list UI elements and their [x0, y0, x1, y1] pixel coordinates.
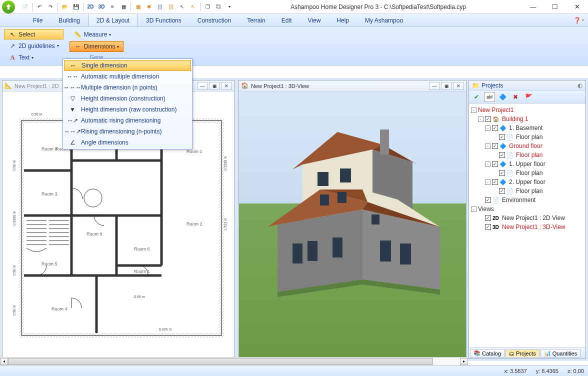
- tree-checkbox[interactable]: ✓: [499, 170, 505, 176]
- tree-toggle[interactable]: -: [485, 162, 490, 167]
- proj-tb-rename-icon[interactable]: abl: [484, 92, 495, 102]
- qat-snap-icon[interactable]: ✱: [144, 2, 154, 12]
- qat-copy-icon[interactable]: ⿻: [214, 2, 224, 12]
- tree-row-9[interactable]: ✓📄Floor plan: [471, 186, 584, 196]
- tree-row-8[interactable]: -✓🔷2. Upper floor: [471, 178, 584, 186]
- tree-row-4[interactable]: -✓🔷Ground floor: [471, 142, 584, 150]
- menu-3d-functions[interactable]: 3D Functions: [138, 14, 190, 26]
- tree-toggle[interactable]: -: [471, 108, 476, 113]
- projects-tree[interactable]: -New Project1-✓🏠Building 1-✓🔷1. Basement…: [469, 104, 586, 348]
- bottom-tab-projects[interactable]: 🗂Projects: [506, 350, 540, 358]
- horizontal-scrollbar[interactable]: ◂ ▸: [0, 357, 468, 365]
- qat-redo-icon[interactable]: ↷: [46, 2, 56, 12]
- dim-menu-item-1[interactable]: ↔↔Automatic multiple dimension: [64, 71, 191, 82]
- help-icon[interactable]: ❓▾: [574, 14, 584, 26]
- qat-grid-icon[interactable]: ▦: [133, 2, 143, 12]
- dim-menu-item-5[interactable]: ↔↗Automatic rising dimensioning: [64, 115, 191, 126]
- proj-tb-flag-icon[interactable]: 🚩: [523, 92, 534, 102]
- menu-construction[interactable]: Construction: [190, 14, 239, 26]
- pane-2d-close[interactable]: ✕: [221, 82, 232, 90]
- tree-row-2[interactable]: -✓🔷1. Basement: [471, 124, 584, 132]
- dim-menu-item-7[interactable]: ∠Angle dimensions: [64, 137, 191, 148]
- maximize-button[interactable]: ☐: [544, 0, 566, 14]
- tree-row-3[interactable]: ✓📄Floor plan: [471, 132, 584, 142]
- pane-2d-minimize[interactable]: —: [197, 82, 208, 90]
- tree-row-11[interactable]: -Views: [471, 204, 584, 214]
- tree-row-7[interactable]: ✓📄Floor plan: [471, 168, 584, 178]
- 2d-guidelines-button[interactable]: ↗2D guidelines▾: [4, 40, 64, 51]
- tree-checkbox[interactable]: ✓: [499, 134, 505, 140]
- pane-2d-maximize[interactable]: ▣: [209, 82, 220, 90]
- proj-tb-delete-icon[interactable]: ✖: [510, 92, 521, 102]
- text-button[interactable]: AText▾: [4, 52, 64, 63]
- scroll-track[interactable]: [8, 358, 460, 365]
- tree-row-0[interactable]: -New Project1: [471, 106, 584, 114]
- tree-checkbox[interactable]: ✓: [499, 188, 505, 194]
- qat-guides-icon[interactable]: |||: [155, 2, 165, 12]
- pane-3d-minimize[interactable]: —: [429, 82, 440, 90]
- qat-layers-icon[interactable]: ▦: [118, 2, 128, 12]
- 3d-canvas[interactable]: [239, 92, 466, 358]
- tree-row-12[interactable]: ✓2DNew Project1 : 2D View: [471, 214, 584, 222]
- pane-3d-close[interactable]: ✕: [453, 82, 464, 90]
- qat-dropdown-icon[interactable]: ▾: [224, 2, 234, 12]
- app-icon[interactable]: [2, 0, 15, 14]
- menu-terrain[interactable]: Terrain: [239, 14, 274, 26]
- tree-checkbox[interactable]: ✓: [485, 197, 491, 203]
- menu-view[interactable]: View: [300, 14, 329, 26]
- tree-checkbox[interactable]: ✓: [492, 161, 498, 167]
- close-button[interactable]: ✕: [566, 0, 588, 14]
- tree-toggle[interactable]: -: [478, 116, 484, 122]
- qat-open-icon[interactable]: 📂: [60, 2, 70, 12]
- bottom-tab-catalog[interactable]: 📚Catalog: [470, 349, 504, 358]
- dim-menu-item-0[interactable]: ↔Single dimension: [64, 60, 191, 71]
- tree-row-6[interactable]: -✓🔷1. Upper floor: [471, 160, 584, 168]
- scroll-right-button[interactable]: ▸: [460, 358, 468, 365]
- tree-checkbox[interactable]: ✓: [492, 143, 498, 149]
- tree-row-10[interactable]: ✓📄Environment: [471, 196, 584, 204]
- dim-menu-item-3[interactable]: ▽Height dimension (construction): [64, 93, 191, 104]
- qat-cursor-icon[interactable]: ↖: [177, 2, 187, 12]
- menu-help[interactable]: Help: [328, 14, 357, 26]
- tree-toggle[interactable]: -: [485, 144, 490, 149]
- measure-button[interactable]: 📏Measure▾: [70, 29, 124, 40]
- tree-row-13[interactable]: ✓3DNew Project1 : 3D-View: [471, 222, 584, 232]
- qat-save-icon[interactable]: 💾: [71, 2, 81, 12]
- scroll-thumb[interactable]: [8, 358, 433, 365]
- projects-pin-icon[interactable]: ◐: [578, 82, 582, 89]
- qat-2d-icon[interactable]: 2D: [86, 2, 96, 12]
- tree-row-5[interactable]: ✓📄Floor plan: [471, 150, 584, 160]
- qat-new-icon[interactable]: 📄: [20, 2, 30, 12]
- tree-checkbox[interactable]: ✓: [485, 224, 491, 230]
- dim-menu-item-6[interactable]: ↔↔↗Rising dimensioning (n-points): [64, 126, 191, 137]
- tree-row-1[interactable]: -✓🏠Building 1: [471, 114, 584, 124]
- qat-cursor2-icon[interactable]: ↖: [188, 2, 198, 12]
- dim-menu-item-4[interactable]: ▼Height dimension (raw construction): [64, 104, 191, 115]
- tree-checkbox[interactable]: ✓: [499, 152, 505, 158]
- menu-file[interactable]: File: [25, 14, 50, 26]
- select-button[interactable]: ↖Select: [4, 29, 64, 40]
- proj-tb-layers-icon[interactable]: 🔷: [497, 92, 508, 102]
- qat-3d-icon[interactable]: 3D: [96, 2, 106, 12]
- qat-list-icon[interactable]: ≡: [108, 2, 118, 12]
- bottom-tab-quantities[interactable]: 📊Quantities: [540, 349, 581, 358]
- tree-toggle[interactable]: -: [471, 206, 476, 212]
- scroll-left-button[interactable]: ◂: [0, 358, 8, 365]
- menu-my-ashampoo[interactable]: My Ashampoo: [357, 14, 411, 26]
- tree-checkbox[interactable]: ✓: [492, 179, 498, 185]
- pane-3d-maximize[interactable]: ▣: [441, 82, 452, 90]
- tree-toggle[interactable]: -: [485, 180, 490, 185]
- menu-edit[interactable]: Edit: [274, 14, 300, 26]
- proj-tb-check-icon[interactable]: ✔: [471, 92, 482, 102]
- qat-window-icon[interactable]: ❐: [202, 2, 212, 12]
- menu-building[interactable]: Building: [50, 14, 88, 26]
- minimize-button[interactable]: —: [522, 0, 544, 14]
- tree-checkbox[interactable]: ✓: [485, 215, 491, 221]
- tree-checkbox[interactable]: ✓: [485, 116, 491, 122]
- qat-guides2-icon[interactable]: |||: [166, 2, 176, 12]
- menu-2d-layout[interactable]: 2D & Layout: [88, 14, 138, 26]
- dimensions-button[interactable]: ↔Dimensions▾: [70, 41, 124, 52]
- tree-checkbox[interactable]: ✓: [492, 125, 498, 131]
- dim-menu-item-2[interactable]: ↔↔↔Multiple dimension (n points): [64, 82, 191, 93]
- tree-toggle[interactable]: -: [485, 126, 490, 131]
